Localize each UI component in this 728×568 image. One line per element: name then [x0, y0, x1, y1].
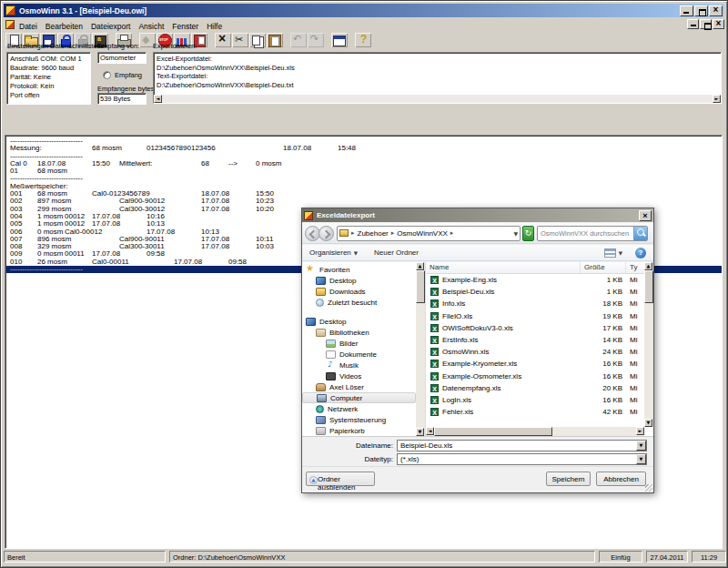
mdi-restore-button[interactable] — [700, 19, 712, 29]
document-line[interactable]: 01 68 mosm — [10, 167, 722, 175]
scroll-left-icon[interactable]: ◄ — [426, 427, 434, 435]
tree-item-dokumente[interactable]: Dokumente — [302, 349, 416, 360]
scroll-up-icon[interactable]: ▲ — [416, 262, 424, 270]
refresh-button[interactable]: ↻ — [522, 226, 534, 241]
filename-combo[interactable]: Beispiel-Deu.xls ▼ — [397, 440, 647, 451]
resize-grip[interactable] — [645, 484, 652, 492]
tree-item-computer[interactable]: Computer — [302, 392, 416, 403]
tree-item-bilder[interactable]: Bilder — [302, 338, 416, 349]
scroll-right-icon[interactable]: ► — [636, 427, 644, 435]
cut-icon[interactable] — [232, 33, 248, 47]
file-list-hscrollbar[interactable]: ◄ ► — [426, 427, 644, 436]
close-button[interactable] — [709, 5, 723, 16]
file-row[interactable]: XExample-Osmometer.xls16 KBMi — [426, 370, 644, 382]
file-row[interactable]: XExample-Kryometer.xls16 KBMi — [426, 358, 644, 370]
dialog-close-button[interactable]: × — [639, 210, 652, 221]
hide-folders-button[interactable]: Ordner ausblenden — [306, 472, 375, 486]
tree-item-desktop[interactable]: Desktop — [302, 275, 416, 286]
menu-fenster[interactable]: Fenster — [172, 22, 198, 31]
organize-menu[interactable]: Organisieren ▼ — [309, 248, 358, 257]
chevron-down-icon[interactable]: ▼ — [636, 454, 646, 464]
export-scrollbar[interactable]: ◄ ► — [154, 95, 721, 103]
interface-settings-list[interactable]: Anschluß COM: COM 1Baudrate: 9600 baudPa… — [6, 52, 91, 105]
paste-icon[interactable] — [267, 33, 283, 47]
restore-button[interactable] — [694, 5, 708, 16]
file-row[interactable]: XOWISoftDokuV3-0.xls17 KBMi — [426, 322, 644, 334]
tree-item-papierkorb[interactable]: Papierkorb — [302, 425, 416, 436]
radio-icon[interactable] — [103, 71, 111, 79]
bytes-field[interactable]: 539 Bytes — [97, 93, 147, 105]
scroll-thumb[interactable] — [416, 270, 425, 303]
mdi-close-button[interactable] — [713, 19, 724, 29]
file-row[interactable]: XLogIn.xls16 KBMi — [426, 394, 644, 406]
file-row[interactable]: XFehler.xls42 KBMi — [426, 406, 644, 418]
filetype-value[interactable]: (*.xls) — [400, 455, 636, 463]
breadcrumb-arrow-icon[interactable]: ▸ — [391, 229, 395, 237]
menu-dateiexport[interactable]: Dateiexport — [91, 22, 130, 31]
forward-button[interactable] — [318, 226, 334, 241]
column-header-name[interactable]: Name — [426, 262, 581, 273]
document-line[interactable]: Messung: 68 mosm 01234567890123456 18.07… — [10, 145, 722, 152]
scroll-thumb[interactable] — [434, 427, 552, 436]
new-folder-button[interactable]: Neuer Ordner — [374, 248, 419, 257]
search-input[interactable]: OsmoWinnVXX durchsuchen — [538, 229, 633, 238]
breadcrumb-dropdown-icon[interactable]: ▼ — [513, 230, 518, 237]
change-view-icon[interactable] — [604, 248, 616, 258]
file-row[interactable]: XBeispiel-Deu.xls1 KBMi — [426, 286, 644, 298]
file-row[interactable]: XInfo.xls18 KBMi — [426, 298, 644, 309]
chevron-down-icon[interactable]: ▼ — [636, 441, 646, 451]
breadcrumb-arrow-icon[interactable]: ▸ — [351, 229, 355, 237]
reception-radio[interactable]: Empfang — [99, 71, 142, 79]
file-row[interactable]: XDatenempfang.xls20 KBMi — [426, 382, 644, 394]
scroll-down-icon[interactable]: ▼ — [644, 419, 652, 427]
reception-device-field[interactable]: Osmometer — [97, 52, 147, 64]
tree-scrollbar[interactable]: ▲ ▼ — [416, 262, 425, 436]
document-line[interactable]: ------------------------------ — [10, 175, 722, 182]
file-row[interactable]: XFileIO.xls19 KBMi — [426, 310, 644, 322]
help-icon[interactable]: ? — [635, 248, 646, 259]
breadcrumb-arrow-icon[interactable]: ▸ — [450, 229, 454, 237]
tree-item-videos[interactable]: Videos — [302, 370, 416, 381]
cancel-button[interactable]: Abbrechen — [596, 472, 646, 486]
tree-item-axel-l-ser[interactable]: Axel Löser — [302, 381, 416, 392]
filetype-combo[interactable]: (*.xls) ▼ — [397, 453, 647, 465]
properties-icon[interactable] — [331, 33, 348, 47]
tree-item-favoriten[interactable]: Favoriten — [302, 264, 416, 275]
breadcrumb-segment[interactable]: OsmoWinnVXX — [397, 229, 448, 238]
file-row[interactable]: XExample-Eng.xls1 KBMi — [426, 274, 644, 286]
file-row[interactable]: XErstInfo.xls14 KBMi — [426, 334, 644, 346]
help-icon[interactable] — [355, 33, 371, 47]
copy-icon[interactable] — [249, 33, 266, 47]
filename-value[interactable]: Beispiel-Deu.xls — [400, 441, 636, 450]
menu-bearbeiten[interactable]: Bearbeiten — [46, 22, 83, 31]
tree-item-netzwerk[interactable]: Netzwerk — [302, 403, 416, 414]
tree-item-musik[interactable]: Musik — [302, 360, 416, 370]
delete-icon[interactable] — [215, 33, 231, 47]
scroll-down-icon[interactable]: ▼ — [416, 428, 424, 436]
breadcrumb-segment[interactable]: Zubehoer — [358, 229, 389, 238]
tree-item-downloads[interactable]: Downloads — [302, 286, 416, 297]
file-list-vscrollbar[interactable]: ▲ ▼ — [644, 262, 653, 427]
mdi-minimize-button[interactable] — [687, 19, 699, 29]
tree-item-systemsteuerung[interactable]: Systemsteuerung — [302, 414, 416, 425]
minimize-button[interactable] — [680, 5, 693, 16]
save-button[interactable]: Speichern — [546, 472, 591, 486]
search-box[interactable]: OsmoWinnVXX durchsuchen — [537, 226, 648, 241]
scroll-up-icon[interactable]: ▲ — [644, 262, 652, 270]
breadcrumb[interactable]: ▸ Zubehoer ▸ OsmoWinnVXX ▸ ▼ — [337, 226, 521, 241]
views-dropdown-icon[interactable]: ▼ — [619, 250, 622, 256]
column-header-size[interactable]: Größe — [581, 262, 626, 273]
tree-item-bibliotheken[interactable]: Bibliotheken — [302, 327, 416, 338]
document-line[interactable]: Cal 0 18.07.08 15:50 Mittelwert: 68 --> … — [10, 160, 722, 167]
scroll-left-icon[interactable]: ◄ — [154, 95, 162, 103]
menu-datei[interactable]: Datei — [19, 22, 37, 31]
tree-item-desktop[interactable]: Desktop — [302, 316, 416, 327]
tree-item-zuletzt-besucht[interactable]: Zuletzt besucht — [302, 297, 416, 308]
scroll-right-icon[interactable]: ► — [713, 95, 721, 103]
search-icon[interactable] — [633, 226, 647, 241]
scroll-thumb[interactable] — [644, 270, 653, 303]
file-row[interactable]: XOsmoWinn.xls24 KBMi — [426, 346, 644, 358]
document-icon[interactable] — [5, 20, 15, 29]
menu-hilfe[interactable]: Hilfe — [207, 22, 222, 31]
menu-ansicht[interactable]: Ansicht — [138, 22, 164, 31]
